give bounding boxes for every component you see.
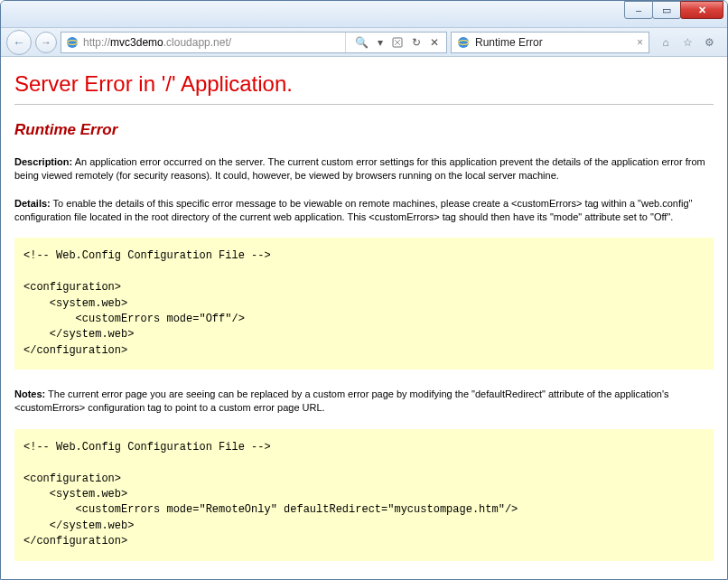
config-code-remoteonly: <!-- Web.Config Configuration File --> <…	[14, 429, 714, 561]
tools-icon[interactable]: ⚙	[702, 35, 716, 50]
ie-favicon-icon	[65, 35, 79, 50]
forward-button[interactable]: →	[35, 32, 57, 53]
details-label: Details:	[14, 198, 51, 209]
tab-close-icon[interactable]: ×	[637, 36, 643, 49]
browser-tab[interactable]: Runtime Error ×	[451, 32, 649, 53]
description-text: An application error occurred on the ser…	[14, 156, 705, 181]
description-label: Description:	[14, 156, 72, 167]
description-paragraph: Description: An application error occurr…	[14, 155, 714, 182]
tab-title: Runtime Error	[475, 36, 543, 49]
svg-point-0	[67, 37, 78, 48]
favorites-icon[interactable]: ☆	[680, 35, 695, 50]
svg-point-3	[458, 37, 469, 48]
details-text: To enable the details of this specific e…	[14, 198, 693, 222]
notes-paragraph: Notes: The current error page you are se…	[14, 388, 714, 415]
url-path: .cloudapp.net/	[163, 36, 231, 49]
home-icon[interactable]: ⌂	[658, 35, 673, 50]
page-title: Server Error in '/' Application.	[14, 71, 714, 97]
maximize-button[interactable]: ▭	[652, 1, 681, 19]
window-buttons: – ▭ ✕	[625, 1, 723, 19]
address-controls: 🔍 ▾ ↻ ✕	[345, 33, 443, 52]
page-subtitle: Runtime Error	[14, 121, 714, 139]
dropdown-icon[interactable]: ▾	[374, 36, 387, 49]
back-button[interactable]: ←	[6, 30, 32, 55]
address-bar[interactable]: http://mvc3demo.cloudapp.net/ 🔍 ▾ ↻ ✕	[61, 32, 447, 53]
stop-icon[interactable]: ✕	[426, 36, 443, 49]
config-code-off: <!-- Web.Config Configuration File --> <…	[14, 238, 714, 370]
toolbar-right-icons: ⌂ ☆ ⚙	[653, 35, 722, 50]
compat-view-icon[interactable]	[388, 37, 406, 48]
minimize-button[interactable]: –	[624, 1, 653, 19]
window-titlebar: – ▭ ✕	[1, 1, 727, 28]
notes-label: Notes:	[14, 388, 45, 399]
details-paragraph: Details: To enable the details of this s…	[14, 197, 714, 224]
address-url: http://mvc3demo.cloudapp.net/	[83, 36, 341, 49]
refresh-icon[interactable]: ↻	[408, 36, 425, 49]
browser-toolbar: ← → http://mvc3demo.cloudapp.net/ 🔍 ▾ ↻ …	[1, 28, 727, 57]
tab-favicon-icon	[457, 36, 470, 49]
page-viewport: Server Error in '/' Application. Runtime…	[2, 57, 726, 578]
notes-text: The current error page you are seeing ca…	[14, 388, 669, 413]
close-button[interactable]: ✕	[680, 1, 723, 19]
divider	[14, 104, 714, 105]
url-protocol: http://	[83, 36, 110, 49]
url-host: mvc3demo	[110, 36, 163, 49]
search-icon[interactable]: 🔍	[351, 36, 372, 49]
